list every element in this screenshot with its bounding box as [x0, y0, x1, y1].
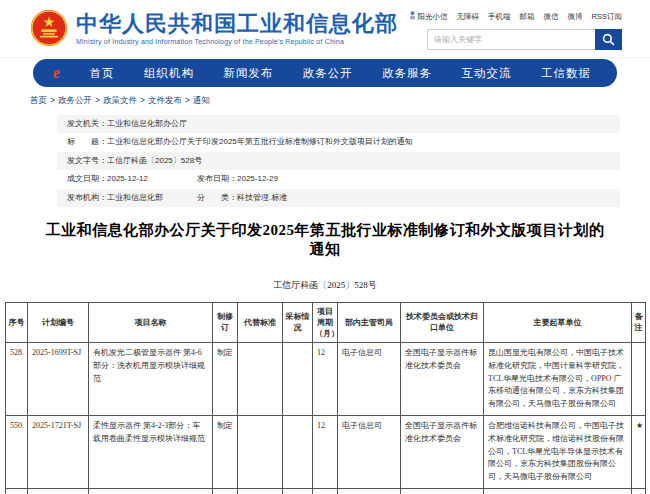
breadcrumb-separator: > — [140, 95, 145, 105]
cell-type: 制定 — [213, 415, 238, 488]
col-header-plan-no: 计划编号 — [28, 302, 89, 342]
search-input[interactable] — [427, 29, 595, 50]
cell-period: 12 — [313, 342, 338, 415]
doc-info-value: 工业和信息化部办公厅关于印发2025年第五批行业标准制修订和外文版项目计划的通知 — [107, 137, 413, 147]
table-row: 550. 2025-1721T-SJ 柔性显示器件 第4-2-3部分：车载用卷曲… — [6, 415, 646, 488]
breadcrumb-separator: > — [50, 95, 55, 105]
cell-replaced-standard — [238, 342, 283, 415]
doc-info-row-publisher: 发布机构： 工业和信息化部 分 类： 科技管理.标准 — [57, 189, 620, 207]
table-row: 528. 2025-1699T-SJ 有机发光二极管显示器件 第4-6部分：洗衣… — [6, 342, 646, 415]
nav-item-gov-service[interactable]: 政务服务 — [382, 66, 432, 81]
cell-seq: 550. — [6, 415, 28, 488]
doc-info-label: 发布机构： — [67, 193, 107, 203]
site-title: 中华人民共和国工业和信息化部 — [76, 11, 398, 36]
doc-info-value: 工信厅科函〔2025〕528号 — [107, 156, 202, 166]
cell-adoption — [283, 415, 313, 488]
cell-period: 12 — [313, 415, 338, 488]
breadcrumb-home[interactable]: 首页 — [30, 95, 47, 105]
search-box — [427, 29, 622, 50]
site-title-en: Ministry of Industry and Information Tec… — [76, 38, 398, 45]
cell-seq: 551. — [6, 488, 28, 494]
cell-type: 制定 — [213, 488, 238, 494]
nav-item-data[interactable]: 工信数据 — [541, 66, 591, 81]
doc-info-label: 发文机关： — [67, 119, 107, 129]
quick-link-accessibility[interactable]: 无障碍 — [457, 12, 480, 22]
breadcrumb-doc-release[interactable]: 文件发布 — [148, 95, 182, 105]
doc-number: 工信厅科函〔2025〕528号 — [0, 279, 650, 292]
doc-info-value: 2025-12-29 — [237, 174, 278, 184]
doc-info-row-issuing-office: 发文机关： 工业和信息化部办公厅 — [57, 115, 620, 133]
nav-item-home[interactable]: 首页 — [90, 66, 115, 81]
cell-department: 电子信息司 — [338, 488, 401, 494]
table-row: 551. 2025-1722T-SJ 柔性显示器件 第4-2-5部分：车载用平面… — [6, 488, 646, 494]
cell-drafters: 昆山国显光电有限公司，中国电子技术标准化研究院，云谷（固安）科技有限公司，TCL… — [484, 488, 632, 494]
cell-seq: 528. — [6, 342, 28, 415]
cell-drafters: 昆山国显光电有限公司，中国电子技术标准化研究院，中国计量科学研究院，TCL华星光… — [484, 342, 632, 415]
doc-info-label: 发布日期： — [197, 174, 237, 184]
col-header-project-name: 项目名称 — [89, 302, 213, 342]
col-header-department: 部内主管司局 — [338, 302, 401, 342]
doc-info-table: 发文机关： 工业和信息化部办公厅 标 题： 工业和信息化部办公厅关于印发2025… — [57, 115, 620, 207]
cell-department: 电子信息司 — [338, 415, 401, 488]
cell-department: 电子信息司 — [338, 342, 401, 415]
cell-project-name: 柔性显示器件 第4-2-3部分：车载用卷曲柔性显示模块详细规范 — [89, 415, 213, 488]
cell-plan-no: 2025-1699T-SJ — [28, 342, 89, 415]
cell-plan-no: 2025-1721T-SJ — [28, 415, 89, 488]
quick-link-rss[interactable]: RSS订阅 — [592, 12, 622, 22]
cell-replaced-standard — [238, 415, 283, 488]
cell-adoption — [283, 342, 313, 415]
cell-plan-no: 2025-1722T-SJ — [28, 488, 89, 494]
cell-project-name: 有机发光二极管显示器件 第4-6部分：洗衣机用显示模块详细规范 — [89, 342, 213, 415]
col-header-remark: 备注 — [632, 302, 646, 342]
search-button[interactable] — [595, 29, 622, 50]
cell-committee: 全国电子显示器件标准化技术委员会 — [401, 488, 484, 494]
doc-info-label: 发文字号： — [67, 156, 107, 166]
cell-adoption — [283, 488, 313, 494]
cell-period: 12 — [313, 488, 338, 494]
person-icon — [409, 11, 416, 20]
breadcrumb-gov-open[interactable]: 政务公开 — [58, 95, 92, 105]
breadcrumb-separator: > — [185, 95, 190, 105]
col-header-seq: 序号 — [6, 302, 28, 342]
col-header-adoption: 采标情况 — [283, 302, 313, 342]
standards-plan-table: 序号 计划编号 项目名称 制修订 代替标准 采标情况 项目周期（月） 部内主管司… — [5, 302, 646, 494]
main-nav: e 首页 组织机构 新闻发布 政务公开 政务服务 互动交流 工信数据 — [33, 59, 617, 87]
nav-item-organization[interactable]: 组织机构 — [144, 66, 194, 81]
doc-info-label: 成文日期： — [67, 174, 107, 184]
quick-link-sunshine[interactable]: 阳光小信 — [409, 11, 448, 22]
quick-link-mobile[interactable]: 手机端 — [488, 12, 511, 22]
quick-link-mail[interactable]: 邮箱 — [520, 12, 535, 22]
doc-info-row-dates: 成文日期： 2025-12-12 发布日期： 2025-12-29 — [57, 170, 620, 188]
table-header-row: 序号 计划编号 项目名称 制修订 代替标准 采标情况 项目周期（月） 部内主管司… — [6, 302, 646, 342]
col-header-type: 制修订 — [213, 302, 238, 342]
col-header-drafters: 主要起草单位 — [484, 302, 632, 342]
cell-committee: 全国电子显示器件标准化技术委员会 — [401, 415, 484, 488]
cell-replaced-standard — [238, 488, 283, 494]
breadcrumb-notice[interactable]: 通知 — [193, 95, 210, 105]
breadcrumb-separator: > — [95, 95, 100, 105]
quick-link-weibo[interactable]: 微博 — [568, 12, 583, 22]
page-title: 工业和信息化部办公厅关于印发2025年第五批行业标准制修订和外文版项目计划的通知 — [40, 221, 610, 259]
quick-link-wechat[interactable]: 微信 — [544, 12, 559, 22]
cell-remark: ★ — [632, 415, 646, 488]
cell-drafters: 合肥维信诺科技有限公司，中国电子技术标准化研究院，维信诺科技股份有限公司，TCL… — [484, 415, 632, 488]
col-header-committee: 技术委员会或技术归口单位 — [401, 302, 484, 342]
nav-e-logo-icon[interactable]: e — [53, 65, 60, 81]
cell-project-name: 柔性显示器件 第4-2-5部分：车载用平面柔性显示模块详细规范 — [89, 488, 213, 494]
breadcrumb-policy-docs[interactable]: 政策文件 — [103, 95, 137, 105]
doc-info-value: 科技管理.标准 — [237, 193, 287, 203]
doc-info-label: 标 题： — [67, 137, 107, 147]
doc-info-row-doc-number: 发文字号： 工信厅科函〔2025〕528号 — [57, 152, 620, 170]
col-header-replaced-standard: 代替标准 — [238, 302, 283, 342]
nav-item-news[interactable]: 新闻发布 — [223, 66, 273, 81]
search-icon — [602, 33, 615, 46]
doc-info-value: 工业和信息化部 — [107, 193, 163, 203]
doc-info-row-title: 标 题： 工业和信息化部办公厅关于印发2025年第五批行业标准制修订和外文版项目… — [57, 133, 620, 151]
nav-item-interaction[interactable]: 互动交流 — [462, 66, 512, 81]
cell-remark: ★ — [632, 488, 646, 494]
cell-remark — [632, 342, 646, 415]
site-brand[interactable]: 中华人民共和国工业和信息化部 Ministry of Industry and … — [30, 9, 398, 47]
nav-item-gov-open[interactable]: 政务公开 — [303, 66, 353, 81]
national-emblem-icon — [30, 9, 68, 47]
breadcrumb: 首页>政务公开>政策文件>文件发布>通知 — [30, 95, 620, 107]
